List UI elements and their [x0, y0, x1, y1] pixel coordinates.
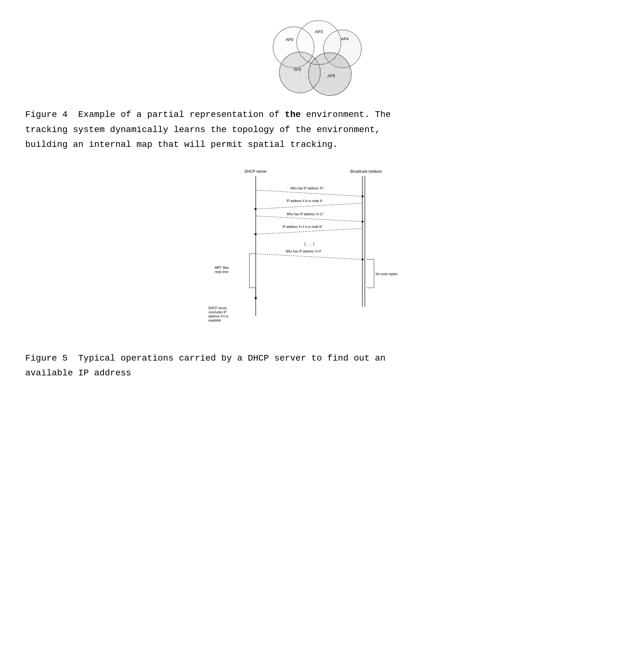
figure5-diagram: DHCP server Broadcast medium Who has IP … — [25, 165, 606, 341]
svg-text:AP4: AP4 — [341, 37, 349, 41]
ap-overlap-diagram: AP0 AP3 AP4 AP2 AP5 — [262, 19, 369, 95]
arrow3-line — [256, 216, 362, 222]
figure4-diagram: AP0 AP3 AP4 AP2 AP5 — [25, 19, 606, 95]
arrow3-head — [362, 220, 364, 223]
no-reply-label: No node replies — [376, 272, 398, 276]
svg-text:AP5: AP5 — [327, 73, 335, 78]
caption4-bold: the — [285, 110, 301, 119]
broadcast-medium-label: Broadcast medium — [350, 169, 381, 174]
svg-text:AP3: AP3 — [315, 29, 323, 34]
ap-svg: AP0 AP3 AP4 AP2 AP5 — [262, 19, 369, 98]
arrow3-label: Who has IP address X+1? — [287, 212, 324, 216]
dhcp-conclude-label1: DHCP server — [208, 306, 227, 310]
mrt-arrow-head — [255, 297, 257, 301]
dhcp-conclude-label3: address X+i is — [208, 315, 228, 318]
figure4-caption: Figure 4 Example of a partial representa… — [25, 107, 606, 152]
arrow4-head — [254, 233, 256, 236]
caption4-text2: tracking system dynamically learns the t… — [25, 125, 380, 135]
sequence-diagram: DHCP server Broadcast medium Who has IP … — [205, 165, 426, 341]
dhcp-conclude-label2: concludes IP — [208, 310, 227, 314]
caption5-line2: available IP address — [25, 368, 131, 378]
caption4-text3: building an internal map that will permi… — [25, 140, 338, 149]
ellipsis-label: ( . . . ) — [304, 242, 314, 246]
svg-text:AP0: AP0 — [286, 37, 294, 42]
arrow5-head — [362, 258, 364, 261]
arrow2-line — [256, 203, 362, 209]
mrt-label2: reply time — [215, 270, 229, 273]
arrow1-label: Who has IP address X? — [290, 187, 324, 190]
arrow1-line — [256, 190, 362, 196]
figure5-caption: Figure 5 Typical operations carried by a… — [25, 351, 606, 381]
seq-svg: DHCP server Broadcast medium Who has IP … — [205, 165, 426, 348]
arrow5-line — [256, 254, 362, 259]
arrow2-head — [254, 208, 256, 210]
dhcp-conclude-label4: available — [208, 319, 221, 322]
caption5-line1: Figure 5 Typical operations carried by a… — [25, 353, 385, 363]
dhcp-server-label: DHCP server — [244, 169, 266, 174]
arrow5-label: Who has IP address X+i? — [286, 250, 321, 253]
arrow4-label: IP address X+1 is in node N' — [283, 225, 322, 229]
arrow2-label: IP address X is in node N — [287, 199, 322, 203]
mrt-label: MRT: Max — [215, 266, 229, 269]
arrow4-line — [256, 229, 362, 234]
caption4-text1: Figure 4 Example of a partial representa… — [25, 110, 391, 119]
arrow1-head — [362, 195, 364, 198]
svg-text:AP2: AP2 — [294, 67, 302, 72]
